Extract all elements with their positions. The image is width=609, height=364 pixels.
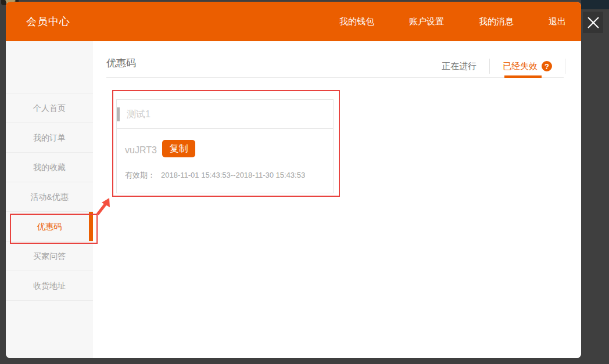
header-nav: 我的钱包 账户设置 我的消息 退出 (304, 2, 566, 41)
member-center-modal: 会员中心 我的钱包 账户设置 我的消息 退出 个人首页 我的订单 我的收藏 活动… (6, 2, 581, 358)
sidebar-item-activities-discounts[interactable]: 活动&优惠 (6, 182, 93, 212)
tab-separator (565, 59, 565, 74)
coupon-name: 测试1 (127, 100, 151, 128)
nav-my-messages[interactable]: 我的消息 (479, 16, 514, 27)
active-tab-underline (504, 75, 542, 78)
close-button[interactable] (583, 12, 603, 33)
screen: 会员中心 我的钱包 账户设置 我的消息 退出 个人首页 我的订单 我的收藏 活动… (0, 0, 609, 364)
coupon-card: 测试1 vuJRT3 复制 有效期：2018-11-01 15:43:53--2… (116, 99, 334, 193)
tab-expired-label: 已经失效 (503, 61, 538, 72)
tab-in-progress[interactable]: 正在进行 (429, 61, 489, 72)
sidebar-item-personal-home[interactable]: 个人首页 (6, 93, 93, 123)
main-content: 优惠码 正在进行 已经失效 ? (93, 41, 581, 358)
page-title: 优惠码 (106, 56, 136, 70)
title-divider (106, 77, 564, 78)
validity-label: 有效期： (125, 171, 155, 179)
nav-logout[interactable]: 退出 (549, 16, 566, 27)
modal-header: 会员中心 我的钱包 账户设置 我的消息 退出 (6, 2, 581, 41)
coupon-card-header: 测试1 (117, 100, 333, 129)
background-page-header-strip (581, 0, 609, 9)
nav-account-settings[interactable]: 账户设置 (409, 16, 444, 27)
validity-value: 2018-11-01 15:43:53--2018-11-30 15:43:53 (161, 171, 305, 179)
sidebar: 个人首页 我的订单 我的收藏 活动&优惠 优惠码 买家问答 收货地址 (6, 41, 93, 358)
sidebar-item-shipping-address[interactable]: 收货地址 (6, 271, 93, 301)
copy-button[interactable]: 复制 (162, 140, 195, 157)
close-icon (587, 16, 600, 29)
modal-title: 会员中心 (26, 15, 70, 28)
tab-expired[interactable]: 已经失效 ? (490, 61, 565, 72)
validity-row: 有效期：2018-11-01 15:43:53--2018-11-30 15:4… (125, 170, 305, 181)
sidebar-profile-area (6, 41, 93, 93)
sidebar-item-label: 优惠码 (37, 222, 62, 231)
tab-bar: 正在进行 已经失效 ? (429, 59, 565, 74)
sidebar-item-my-orders[interactable]: 我的订单 (6, 123, 93, 153)
coupon-name-marker-bar (117, 107, 120, 121)
sidebar-item-buyer-qa[interactable]: 买家问答 (6, 242, 93, 271)
help-question-icon[interactable]: ? (542, 61, 552, 71)
sidebar-item-my-favorites[interactable]: 我的收藏 (6, 153, 93, 182)
sidebar-item-coupon-code[interactable]: 优惠码 (6, 212, 93, 242)
nav-my-wallet[interactable]: 我的钱包 (339, 16, 374, 27)
active-item-indicator-bar (89, 212, 93, 241)
coupon-code-value: vuJRT3 (125, 145, 157, 156)
